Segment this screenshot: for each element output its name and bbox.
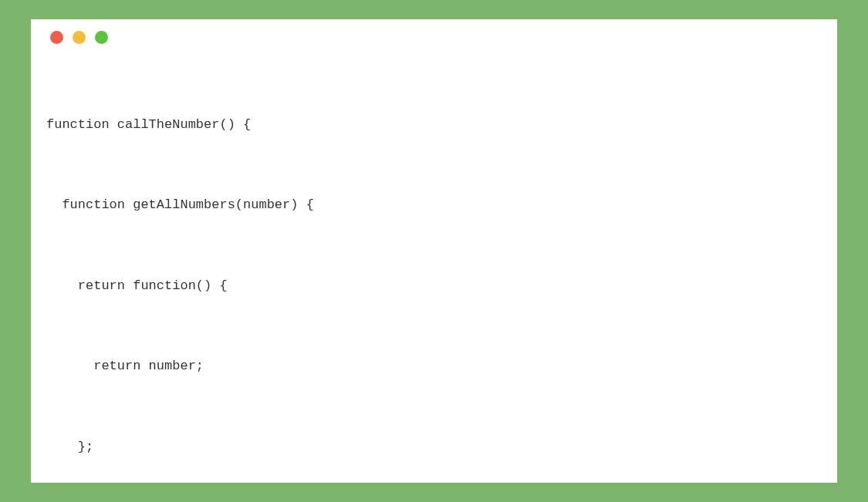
close-icon[interactable] [50,31,63,44]
maximize-icon[interactable] [95,31,108,44]
minimize-icon[interactable] [73,31,86,44]
code-line: return function() { [46,273,822,300]
code-line: function callTheNumber() { [46,112,822,139]
code-line: }; [46,434,822,461]
window-controls [46,31,822,44]
code-line: return number; [46,353,822,380]
code-window: function callTheNumber() { function getA… [31,19,837,483]
code-block: function callTheNumber() { function getA… [46,58,822,483]
code-line: function getAllNumbers(number) { [46,192,822,219]
